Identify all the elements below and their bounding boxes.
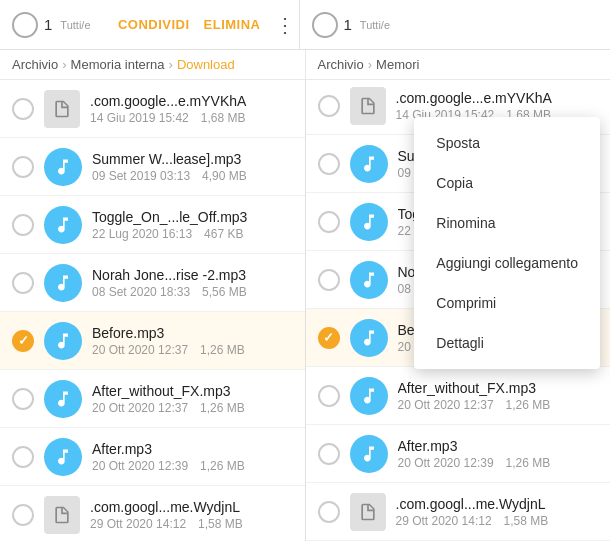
file-checkbox[interactable] <box>318 501 340 523</box>
file-date: 08 Set 2020 18:33 <box>92 285 190 299</box>
context-menu-item-copia[interactable]: Copia <box>414 163 600 203</box>
breadcrumb-mid-left: Memoria interna <box>71 57 165 72</box>
file-name: .com.googl...me.WydjnL <box>90 499 293 515</box>
left-panel: .com.google...e.mYVKhA14 Giu 2019 15:421… <box>0 80 306 541</box>
file-info: After_without_FX.mp320 Ott 2020 12:371,2… <box>92 383 293 415</box>
file-name: .com.google...e.mYVKhA <box>90 93 293 109</box>
file-date: 20 Ott 2020 12:37 <box>398 398 494 412</box>
generic-file-icon <box>350 493 386 531</box>
list-item[interactable]: Summer W...lease].mp309 Set 2019 03:134,… <box>0 138 305 196</box>
file-info: After.mp320 Ott 2020 12:391,26 MB <box>398 438 599 470</box>
file-meta: 20 Ott 2020 12:391,26 MB <box>92 459 293 473</box>
tutti-label-right: Tutti/e <box>360 19 390 31</box>
file-checkbox[interactable] <box>318 443 340 465</box>
context-menu-item-rinomina[interactable]: Rinomina <box>414 203 600 243</box>
file-checkbox[interactable] <box>318 95 340 117</box>
music-icon <box>44 148 82 186</box>
file-name: Summer W...lease].mp3 <box>92 151 293 167</box>
select-all-checkbox-left[interactable] <box>12 12 38 38</box>
list-item[interactable]: After.mp320 Ott 2020 12:391,26 MB <box>306 425 611 483</box>
file-date: 29 Ott 2020 14:12 <box>396 514 492 528</box>
file-info: After.mp320 Ott 2020 12:391,26 MB <box>92 441 293 473</box>
file-checkbox[interactable] <box>318 153 340 175</box>
file-name: Norah Jone...rise -2.mp3 <box>92 267 293 283</box>
file-checkbox[interactable] <box>12 330 34 352</box>
file-info: Summer W...lease].mp309 Set 2019 03:134,… <box>92 151 293 183</box>
count-right: 1 <box>344 16 352 33</box>
more-options-icon[interactable]: ⋮ <box>275 13 295 37</box>
file-name: Toggle_On_...le_Off.mp3 <box>92 209 293 225</box>
music-icon <box>44 322 82 360</box>
file-date: 20 Ott 2020 12:39 <box>92 459 188 473</box>
context-menu: SpostaCopiaRinominaAggiungi collegamento… <box>414 117 600 369</box>
context-menu-item-aggiungi-collegamento[interactable]: Aggiungi collegamento <box>414 243 600 283</box>
file-size: 1,58 MB <box>198 517 243 531</box>
file-checkbox[interactable] <box>12 446 34 468</box>
music-icon <box>44 438 82 476</box>
file-checkbox[interactable] <box>12 272 34 294</box>
file-date: 20 Ott 2020 12:37 <box>92 401 188 415</box>
file-name: After.mp3 <box>398 438 599 454</box>
file-meta: 20 Ott 2020 12:371,26 MB <box>92 343 293 357</box>
file-size: 1,68 MB <box>201 111 246 125</box>
list-item[interactable]: .com.googl...me.WydjnL29 Ott 2020 14:121… <box>306 483 611 541</box>
file-size: 5,56 MB <box>202 285 247 299</box>
file-name: .com.googl...me.WydjnL <box>396 496 599 512</box>
file-checkbox[interactable] <box>318 211 340 233</box>
music-icon <box>350 261 388 299</box>
list-item[interactable]: After.mp320 Ott 2020 12:391,26 MB <box>0 428 305 486</box>
file-date: 22 Lug 2020 16:13 <box>92 227 192 241</box>
context-menu-item-sposta[interactable]: Sposta <box>414 123 600 163</box>
file-date: 14 Giu 2019 15:42 <box>90 111 189 125</box>
generic-file-icon <box>44 496 80 534</box>
list-item[interactable]: After_without_FX.mp320 Ott 2020 12:371,2… <box>306 367 611 425</box>
file-checkbox[interactable] <box>12 98 34 120</box>
context-menu-item-comprimi[interactable]: Comprimi <box>414 283 600 323</box>
file-size: 4,90 MB <box>202 169 247 183</box>
file-checkbox[interactable] <box>12 504 34 526</box>
file-checkbox[interactable] <box>318 327 340 349</box>
file-meta: 20 Ott 2020 12:371,26 MB <box>398 398 599 412</box>
count-left: 1 <box>44 16 52 33</box>
music-icon <box>350 319 388 357</box>
file-name: After_without_FX.mp3 <box>398 380 599 396</box>
select-all-checkbox-right[interactable] <box>312 12 338 38</box>
breadcrumb-mid-right: Memori <box>376 57 419 72</box>
list-item[interactable]: Norah Jone...rise -2.mp308 Set 2020 18:3… <box>0 254 305 312</box>
file-checkbox[interactable] <box>318 385 340 407</box>
list-item[interactable]: .com.google...e.mYVKhA14 Giu 2019 15:421… <box>0 80 305 138</box>
file-size: 1,26 MB <box>506 398 551 412</box>
share-button[interactable]: CONDIVIDI <box>118 17 190 32</box>
file-meta: 29 Ott 2020 14:121,58 MB <box>396 514 599 528</box>
file-checkbox[interactable] <box>12 156 34 178</box>
file-meta: 22 Lug 2020 16:13467 KB <box>92 227 293 241</box>
list-item[interactable]: Before.mp320 Ott 2020 12:371,26 MB <box>0 312 305 370</box>
file-meta: 14 Giu 2019 15:421,68 MB <box>90 111 293 125</box>
file-info: .com.googl...me.WydjnL29 Ott 2020 14:121… <box>396 496 599 528</box>
list-item[interactable]: .com.googl...me.WydjnL29 Ott 2020 14:121… <box>0 486 305 541</box>
list-item[interactable]: After_without_FX.mp320 Ott 2020 12:371,2… <box>0 370 305 428</box>
file-info: .com.googl...me.WydjnL29 Ott 2020 14:121… <box>90 499 293 531</box>
music-icon <box>44 206 82 244</box>
context-menu-item-dettagli[interactable]: Dettagli <box>414 323 600 363</box>
file-size: 1,58 MB <box>504 514 549 528</box>
file-info: .com.google...e.mYVKhA14 Giu 2019 15:421… <box>90 93 293 125</box>
generic-file-icon <box>350 87 386 125</box>
breadcrumb-root-right: Archivio <box>318 57 364 72</box>
list-item[interactable]: Toggle_On_...le_Off.mp322 Lug 2020 16:13… <box>0 196 305 254</box>
file-info: Norah Jone...rise -2.mp308 Set 2020 18:3… <box>92 267 293 299</box>
right-panel: .com.google...e.mYVKhA14 Giu 2019 15:421… <box>306 80 611 541</box>
file-date: 09 Set 2019 03:13 <box>92 169 190 183</box>
music-icon <box>350 145 388 183</box>
file-info: After_without_FX.mp320 Ott 2020 12:371,2… <box>398 380 599 412</box>
file-info: Toggle_On_...le_Off.mp322 Lug 2020 16:13… <box>92 209 293 241</box>
breadcrumb-root-left: Archivio <box>12 57 58 72</box>
file-checkbox[interactable] <box>12 388 34 410</box>
file-checkbox[interactable] <box>12 214 34 236</box>
delete-button[interactable]: ELIMINA <box>204 17 261 32</box>
file-checkbox[interactable] <box>318 269 340 291</box>
music-icon <box>44 380 82 418</box>
file-size: 1,26 MB <box>200 401 245 415</box>
file-meta: 20 Ott 2020 12:371,26 MB <box>92 401 293 415</box>
file-size: 467 KB <box>204 227 243 241</box>
